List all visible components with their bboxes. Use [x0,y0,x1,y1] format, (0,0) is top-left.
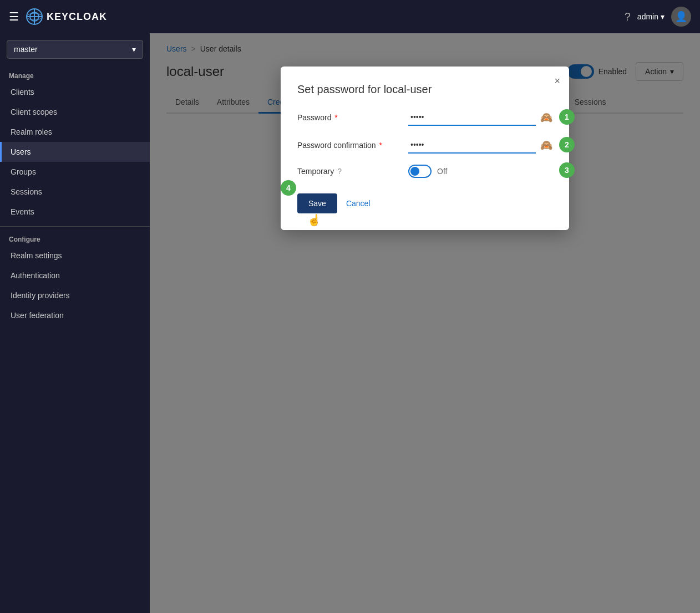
avatar[interactable]: 👤 [671,7,691,27]
temporary-help-icon[interactable]: ? [337,167,342,176]
logo-text: KEYCLOAK [47,11,107,23]
modal-buttons: Save Cancel 4 ☝️ [297,193,552,213]
sidebar-item-users[interactable]: Users [0,142,150,162]
sidebar-item-identity-providers[interactable]: Identity providers [0,285,150,305]
avatar-icon: 👤 [675,11,687,23]
sidebar-item-client-scopes[interactable]: Client scopes [0,102,150,122]
password-label: Password * [297,113,408,122]
cursor-indicator: ☝️ [307,213,321,227]
top-navigation: ☰ KEYCLOAK ? admin ▾ 👤 [0,0,700,33]
sidebar-section-manage: Manage [0,68,150,82]
sidebar-item-events[interactable]: Events [0,202,150,222]
sidebar: master ▾ Manage Clients Client scopes Re… [0,33,150,613]
logo-icon [26,8,43,25]
step-badge-4: 4 [281,180,296,196]
sidebar-item-clients[interactable]: Clients [0,82,150,102]
password-confirm-input-wrap: 🙈 [408,137,552,154]
temporary-toggle[interactable] [408,165,432,178]
user-label: admin [637,12,658,21]
user-dropdown-icon: ▾ [661,12,665,21]
password-input[interactable] [408,109,536,126]
temporary-row: Temporary ? Off 3 [297,165,552,178]
password-visibility-toggle[interactable]: 🙈 [540,111,552,124]
hamburger-menu[interactable]: ☰ [9,10,19,23]
password-confirm-row: Password confirmation * 🙈 2 [297,137,552,154]
main-layout: master ▾ Manage Clients Client scopes Re… [0,33,700,613]
realm-dropdown-icon: ▾ [132,45,136,54]
help-button[interactable]: ? [625,11,631,23]
sidebar-item-realm-settings[interactable]: Realm settings [0,246,150,265]
password-confirm-required: * [379,141,382,150]
step-badge-2: 2 [559,137,575,152]
temporary-label: Temporary ? [297,167,408,176]
sidebar-item-user-federation[interactable]: User federation [0,305,150,325]
set-password-modal: Set password for local-user × Password *… [281,67,569,230]
temporary-toggle-wrap: Off [408,165,447,178]
sidebar-item-authentication[interactable]: Authentication [0,265,150,285]
modal-overlay: Set password for local-user × Password *… [150,33,700,613]
sidebar-divider [0,226,150,227]
password-input-wrap: 🙈 [408,109,552,126]
password-confirm-input[interactable] [408,137,536,154]
save-button[interactable]: Save [297,193,337,213]
realm-label: master [14,45,38,54]
modal-title: Set password for local-user [297,83,552,96]
realm-select[interactable]: master ▾ [7,40,143,59]
temporary-off-label: Off [437,167,447,176]
step-badge-1: 1 [559,109,575,125]
password-row: Password * 🙈 1 [297,109,552,126]
sidebar-item-groups[interactable]: Groups [0,162,150,182]
sidebar-item-realm-roles[interactable]: Realm roles [0,122,150,142]
sidebar-section-configure: Configure [0,231,150,246]
cancel-button[interactable]: Cancel [346,199,371,208]
password-confirm-visibility-toggle[interactable]: 🙈 [540,139,552,151]
sidebar-item-sessions[interactable]: Sessions [0,182,150,202]
app-logo: KEYCLOAK [26,8,107,25]
temporary-toggle-slider [408,165,432,178]
password-confirm-label: Password confirmation * [297,141,408,150]
content-area: Users > User details local-user Enabled … [150,33,700,613]
password-required: * [334,113,337,122]
user-menu[interactable]: admin ▾ [637,12,665,21]
step-badge-3: 3 [559,162,575,178]
modal-close-button[interactable]: × [554,75,560,87]
